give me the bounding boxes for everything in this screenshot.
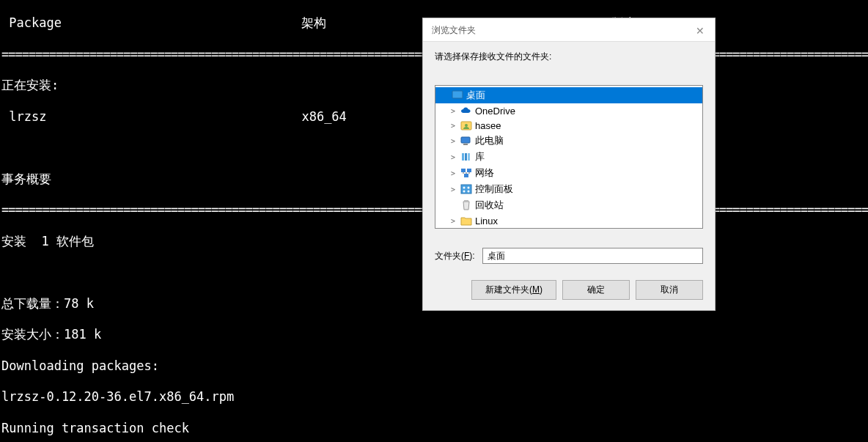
tree-item-回收站[interactable]: 回收站: [435, 197, 702, 213]
svg-rect-6: [462, 153, 464, 161]
svg-rect-17: [464, 200, 468, 202]
tree-item-hasee[interactable]: >hasee: [435, 118, 702, 133]
tree-item-label: Linux: [475, 216, 498, 226]
expander-icon[interactable]: >: [449, 153, 457, 161]
svg-point-14: [468, 187, 470, 189]
ok-button[interactable]: 确定: [562, 280, 630, 300]
tree-item-label: 网络: [475, 166, 494, 180]
col-package: Package: [1, 15, 62, 30]
tree-item-网络[interactable]: >网络: [435, 165, 702, 181]
tree-item-label: 库: [475, 150, 485, 163]
expander-icon[interactable]: >: [449, 107, 457, 115]
svg-rect-5: [463, 144, 468, 145]
tree-item-控制面板[interactable]: >控制面板: [435, 181, 702, 197]
tree-item-OneDrive[interactable]: >OneDrive: [435, 103, 702, 118]
tree-item-label: 回收站: [475, 199, 504, 212]
tree-item-此电脑[interactable]: >此电脑: [435, 133, 702, 149]
dialog-title: 浏览文件夹: [432, 24, 476, 37]
onedrive-icon: [460, 105, 472, 117]
svg-rect-9: [461, 169, 466, 172]
folder-icon: [460, 215, 472, 226]
pkg-name: lrzsz: [1, 109, 46, 124]
tree-item-库[interactable]: >库: [435, 149, 702, 165]
tree-item-label: OneDrive: [475, 106, 515, 117]
pc-icon: [460, 135, 472, 147]
tree-item-label: 桌面: [466, 89, 485, 102]
svg-point-13: [463, 187, 466, 189]
svg-rect-8: [468, 153, 470, 161]
svg-point-15: [463, 191, 466, 193]
new-folder-button[interactable]: 新建文件夹(M): [471, 280, 556, 300]
run-check: Running transaction check: [1, 421, 867, 436]
cancel-button[interactable]: 取消: [636, 280, 703, 300]
downloading-packages: Downloading packages:: [1, 358, 867, 374]
recycle-icon: [460, 199, 472, 211]
install-size: 安装大小：181 k: [1, 327, 867, 342]
tree-item-label: hasee: [475, 120, 501, 131]
expander-icon[interactable]: >: [449, 185, 457, 194]
folder-tree[interactable]: 桌面>OneDrive>hasee>此电脑>库>网络>控制面板回收站>Linux: [435, 85, 703, 229]
folder-input[interactable]: [482, 248, 703, 264]
svg-rect-0: [452, 91, 463, 98]
folder-field-label: 文件夹(F):: [435, 250, 475, 262]
tree-item-label: 控制面板: [475, 183, 513, 196]
rpm-file: lrzsz-0.12.20-36.el7.x86_64.rpm: [1, 389, 867, 405]
svg-rect-12: [461, 185, 471, 194]
col-arch: 架构: [301, 15, 326, 30]
svg-rect-10: [467, 169, 471, 172]
tree-item-Linux[interactable]: >Linux: [435, 213, 702, 228]
dialog-instruction: 请选择保存接收文件的文件夹:: [435, 51, 703, 63]
library-icon: [460, 151, 472, 163]
svg-rect-7: [465, 153, 467, 161]
tree-item-桌面[interactable]: 桌面: [435, 87, 702, 103]
expander-icon[interactable]: >: [449, 122, 457, 130]
desktop-icon: [452, 89, 463, 101]
expander-icon[interactable]: >: [449, 169, 457, 177]
svg-point-16: [468, 191, 470, 193]
expander-icon[interactable]: >: [449, 217, 457, 225]
expander-icon[interactable]: >: [449, 137, 457, 145]
control-icon: [460, 183, 472, 195]
user-icon: [460, 119, 472, 131]
svg-point-3: [465, 124, 468, 127]
svg-rect-11: [464, 174, 468, 177]
pkg-arch: x86_64: [301, 109, 346, 124]
svg-rect-4: [461, 137, 470, 143]
network-icon: [460, 167, 472, 179]
browse-folder-dialog: 浏览文件夹 ✕ 请选择保存接收文件的文件夹: 桌面>OneDrive>hasee…: [422, 18, 716, 311]
close-icon[interactable]: ✕: [693, 25, 707, 37]
dialog-titlebar[interactable]: 浏览文件夹 ✕: [423, 18, 715, 42]
tree-item-label: 此电脑: [475, 134, 504, 147]
